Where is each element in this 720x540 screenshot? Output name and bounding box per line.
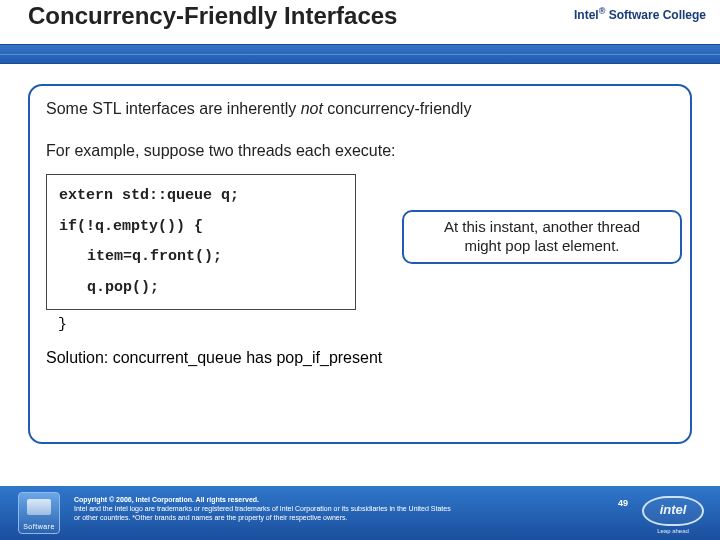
logo-tagline: Leap ahead xyxy=(642,528,704,534)
code-blank-1 xyxy=(59,208,343,216)
title-area: Concurrency-Friendly Interfaces xyxy=(28,2,397,30)
footer: Software Copyright © 2006, Intel Corpora… xyxy=(0,486,720,540)
solution-api-2: pop_if_present xyxy=(276,349,382,366)
content-box: Some STL interfaces are inherently not c… xyxy=(28,84,692,444)
callout: At this instant, another thread might po… xyxy=(402,210,682,264)
code-l5: } xyxy=(58,316,674,333)
footer-copyright: Copyright © 2006, Intel Corporation. All… xyxy=(74,496,600,522)
code-l4: q.pop(); xyxy=(59,277,343,300)
brand-suffix: Software College xyxy=(605,8,706,22)
intro-line-2: For example, suppose two threads each ex… xyxy=(46,142,674,160)
intel-logo: intel Leap ahead xyxy=(642,494,704,532)
intro-not: not xyxy=(301,100,323,117)
code-l3: item=q.front(); xyxy=(59,246,343,269)
solution-api-1: concurrent_queue xyxy=(113,349,242,366)
footer-badge: Software xyxy=(18,492,60,534)
header-strip-highlight xyxy=(0,54,720,55)
intro-post: concurrency-friendly xyxy=(323,100,472,117)
callout-line-1: At this instant, another thread xyxy=(412,218,672,237)
intro-pre: Some STL interfaces are inherently xyxy=(46,100,301,117)
copyright-line-1: Copyright © 2006, Intel Corporation. All… xyxy=(74,496,600,505)
logo-text: intel xyxy=(642,502,704,517)
code-box: extern std::queue q; if(!q.empty()) { it… xyxy=(46,174,356,310)
copyright-line-2: Intel and the Intel logo are trademarks … xyxy=(74,505,600,514)
code-l1: extern std::queue q; xyxy=(59,187,239,204)
solution-mid: has xyxy=(242,349,277,366)
solution-pre: Solution: xyxy=(46,349,113,366)
badge-chip-icon xyxy=(27,499,51,515)
code-blank-2 xyxy=(59,238,343,246)
badge-label: Software xyxy=(23,523,55,530)
page-number: 49 xyxy=(618,498,628,508)
intro-line-1: Some STL interfaces are inherently not c… xyxy=(46,100,674,118)
page-title: Concurrency-Friendly Interfaces xyxy=(28,2,397,30)
code-l2: if(!q.empty()) { xyxy=(59,218,203,235)
code-blank-3 xyxy=(59,269,343,277)
code-wrap: extern std::queue q; if(!q.empty()) { it… xyxy=(46,174,674,333)
copyright-line-3: or other countries. *Other brands and na… xyxy=(74,514,600,523)
slide: Intel® Software College Concurrency-Frie… xyxy=(0,0,720,540)
solution-line: Solution: concurrent_queue has pop_if_pr… xyxy=(46,349,674,367)
callout-line-2: might pop last element. xyxy=(412,237,672,256)
brand-name: Intel xyxy=(574,8,599,22)
header-strip xyxy=(0,44,720,64)
